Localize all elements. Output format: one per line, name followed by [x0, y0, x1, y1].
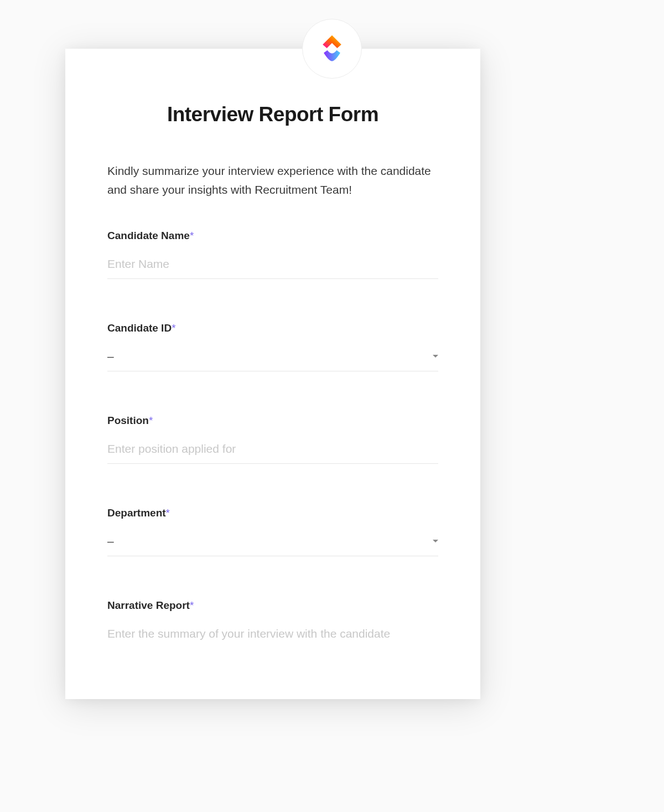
department-value: – [107, 535, 114, 548]
narrative-report-input[interactable]: Enter the summary of your interview with… [107, 624, 438, 644]
department-label: Department* [107, 507, 438, 519]
required-mark: * [190, 599, 194, 611]
field-candidate-name: Candidate Name* [107, 230, 438, 279]
chevron-down-icon [433, 540, 438, 543]
field-narrative-report: Narrative Report* Enter the summary of y… [107, 599, 438, 644]
candidate-id-label: Candidate ID* [107, 322, 438, 334]
position-input[interactable] [107, 439, 438, 464]
candidate-id-select[interactable]: – [107, 346, 438, 371]
field-candidate-id: Candidate ID* – [107, 322, 438, 371]
field-department: Department* – [107, 507, 438, 556]
required-mark: * [190, 230, 194, 241]
narrative-report-label: Narrative Report* [107, 599, 438, 612]
clickup-logo-icon [317, 33, 347, 64]
candidate-name-input[interactable] [107, 254, 438, 279]
required-mark: * [166, 507, 170, 519]
form-card: Interview Report Form Kindly summarize y… [65, 49, 480, 699]
required-mark: * [172, 322, 175, 334]
form-fields: Candidate Name* Candidate ID* – Position… [65, 199, 480, 644]
candidate-name-label: Candidate Name* [107, 230, 438, 242]
field-position: Position* [107, 415, 438, 464]
candidate-id-value: – [107, 350, 114, 363]
position-label: Position* [107, 415, 438, 427]
chevron-down-icon [433, 355, 438, 358]
form-title: Interview Report Form [65, 49, 480, 126]
required-mark: * [149, 415, 153, 426]
logo-container [302, 19, 362, 79]
form-description: Kindly summarize your interview experien… [65, 126, 480, 199]
department-select[interactable]: – [107, 531, 438, 556]
